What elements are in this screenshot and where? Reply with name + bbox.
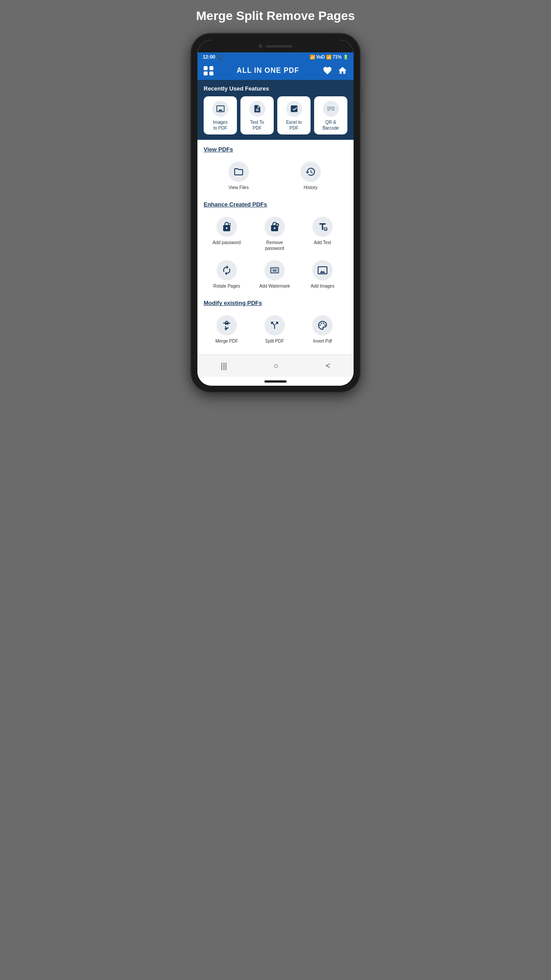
rotate-pages-label: Rotate Pages [213, 283, 240, 289]
invert-pdf-label: Invert Pdf [313, 338, 332, 344]
add-watermark-label: Add Watermark [259, 283, 290, 289]
nav-back-button[interactable]: < [319, 360, 338, 372]
add-password-label: Add password [213, 240, 240, 245]
features-section: View PDFs View Files History [197, 140, 354, 348]
feature-rotate-pages[interactable]: Rotate Pages [204, 257, 250, 292]
phone-bottom-bar [197, 377, 354, 386]
text-to-pdf-label: Text ToPDF [250, 119, 264, 131]
view-files-icon [228, 162, 249, 182]
remove-password-icon [264, 217, 285, 237]
feature-split-pdf[interactable]: Split PDF [252, 312, 298, 348]
status-bar: 12:00 📞 📶 VoD 📶 71% 🔋 [197, 52, 354, 61]
app-title: ALL IN ONE PDF [237, 67, 299, 75]
svg-text:T: T [325, 229, 327, 231]
phone-screen: 12:00 📞 📶 VoD 📶 71% 🔋 ALL IN ONE PDF [197, 40, 354, 386]
feature-add-text[interactable]: T Add Text [299, 213, 346, 255]
text-to-pdf-icon [249, 101, 265, 117]
page-title: Merge Split Remove Pages [196, 9, 355, 23]
feature-merge-pdf[interactable]: Merge PDF [204, 312, 250, 348]
recent-card-excel-to-pdf[interactable]: Excel toPDF [277, 96, 311, 134]
rotate-pages-icon [216, 260, 237, 281]
history-icon [300, 162, 321, 182]
feature-view-files[interactable]: View Files [204, 158, 274, 194]
remove-password-label: Removepassword [265, 240, 284, 251]
enhance-pdfs-title: Enhance Created PDFs [204, 201, 347, 208]
signal-text: VoD [316, 55, 325, 59]
add-images-label: Add Images [311, 283, 334, 289]
battery-text: 71% [333, 55, 342, 59]
split-pdf-label: Split PDF [265, 338, 284, 344]
phone-frame: 12:00 📞 📶 VoD 📶 71% 🔋 ALL IN ONE PDF [191, 34, 360, 392]
nav-menu-button[interactable]: ||| [214, 360, 234, 372]
recent-card-qr-barcode[interactable]: QR &Barcode [314, 96, 347, 134]
images-to-pdf-label: Imagesto PDF [213, 119, 228, 131]
recently-used-section: Recently Used Features Imagesto PDF [197, 80, 354, 140]
qr-barcode-icon [323, 101, 339, 117]
heart-icon[interactable] [323, 66, 332, 75]
bottom-navigation: ||| ○ < [197, 355, 354, 377]
split-pdf-icon [264, 315, 285, 336]
add-password-icon [216, 217, 237, 237]
modify-pdfs-title: Modify existing PDFs [204, 300, 347, 306]
recent-card-text-to-pdf[interactable]: Text ToPDF [240, 96, 274, 134]
svg-point-10 [323, 323, 324, 324]
recently-used-label: Recently Used Features [204, 85, 347, 92]
view-files-label: View Files [228, 185, 248, 190]
home-indicator [264, 380, 287, 383]
feature-add-watermark[interactable]: W Add Watermark [252, 257, 298, 292]
speaker [266, 45, 292, 47]
status-left: 12:00 📞 [203, 54, 222, 59]
add-text-label: Add Text [314, 240, 331, 245]
signal-icon: 📶 [326, 55, 331, 59]
wifi-icon: 📶 [310, 55, 315, 59]
status-time: 12:00 [203, 54, 215, 59]
app-header: ALL IN ONE PDF [197, 61, 354, 80]
battery-icon: 🔋 [343, 55, 348, 59]
feature-add-password[interactable]: Add password [204, 213, 250, 255]
recent-card-images-to-pdf[interactable]: Imagesto PDF [204, 96, 237, 134]
merge-pdf-icon [216, 315, 237, 336]
add-images-icon [312, 260, 333, 281]
svg-text:W: W [273, 269, 276, 273]
feature-remove-password[interactable]: Removepassword [252, 213, 298, 255]
grid-menu-icon[interactable] [204, 66, 213, 75]
history-label: History [303, 185, 317, 190]
view-pdfs-grid: View Files History [204, 158, 347, 194]
view-pdfs-title: View PDFs [204, 146, 347, 153]
recent-cards-list: Imagesto PDF Text ToPDF Exce [204, 96, 347, 134]
excel-to-pdf-label: Excel toPDF [286, 119, 302, 131]
home-icon[interactable] [338, 66, 347, 75]
merge-pdf-label: Merge PDF [215, 338, 238, 344]
phone-icon: 📞 [217, 55, 222, 59]
add-text-icon: T [312, 217, 333, 237]
feature-invert-pdf[interactable]: Invert Pdf [299, 312, 346, 348]
svg-point-9 [321, 323, 322, 324]
add-watermark-icon: W [264, 260, 285, 281]
invert-pdf-icon [312, 315, 333, 336]
svg-point-11 [324, 324, 326, 326]
svg-point-8 [319, 324, 321, 326]
excel-to-pdf-icon [286, 101, 302, 117]
images-to-pdf-icon [213, 101, 228, 117]
feature-add-images[interactable]: Add Images [299, 257, 346, 292]
front-camera [259, 44, 262, 48]
enhance-pdfs-grid: Add password Removepassword T Add Text [204, 213, 347, 292]
feature-history[interactable]: History [276, 158, 346, 194]
nav-home-button[interactable]: ○ [267, 360, 286, 372]
header-action-icons [323, 66, 347, 75]
qr-barcode-label: QR &Barcode [323, 119, 339, 131]
phone-top-bar [197, 40, 354, 52]
modify-pdfs-grid: Merge PDF Split PDF Invert Pdf [204, 312, 347, 348]
status-right: 📶 VoD 📶 71% 🔋 [310, 55, 348, 59]
